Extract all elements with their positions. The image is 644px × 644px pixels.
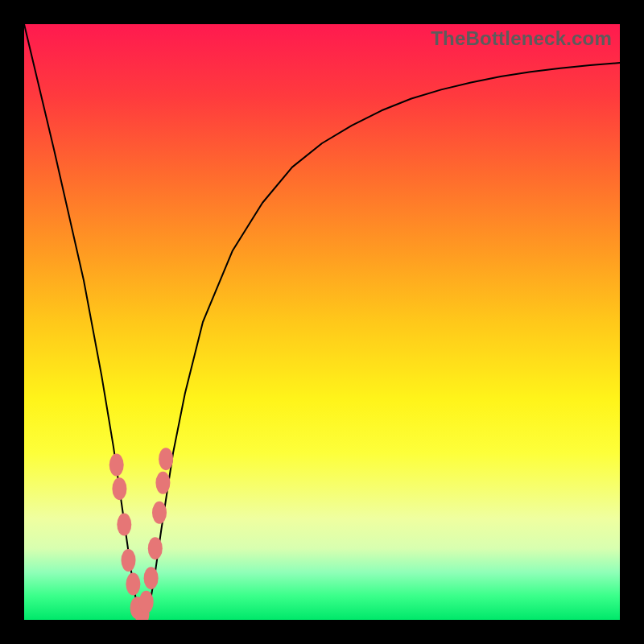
valley-marker (148, 537, 163, 559)
plot-area: TheBottleneck.com (24, 24, 620, 620)
valley-marker (139, 591, 154, 613)
valley-marker (109, 454, 124, 477)
valley-marker (144, 567, 159, 589)
valley-marker (159, 448, 173, 470)
valley-marker (122, 549, 136, 572)
valley-marker (112, 477, 126, 500)
chart-frame: TheBottleneck.com (0, 0, 644, 644)
valley-marker (155, 472, 170, 494)
valley-marker (152, 502, 167, 524)
valley-marker (126, 573, 140, 596)
chart-svg (24, 24, 620, 620)
valley-markers (109, 448, 173, 620)
valley-marker (117, 514, 131, 536)
bottleneck-curve (24, 24, 620, 620)
